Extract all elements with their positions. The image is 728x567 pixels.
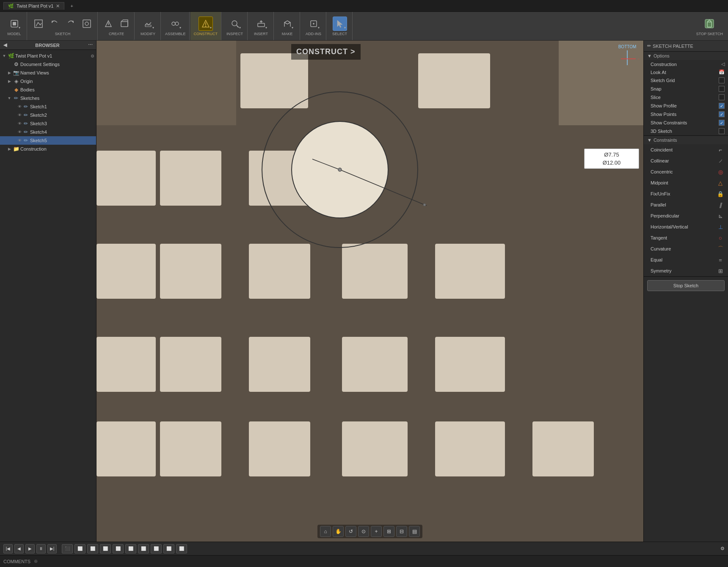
constraint-collinear[interactable]: Collinear ⟋ xyxy=(644,155,728,166)
sketch-btn[interactable] xyxy=(80,17,94,31)
toolbar-model[interactable]: MODEL xyxy=(2,12,27,40)
toolbar-make[interactable]: MAKE xyxy=(275,12,300,40)
constraint-fixunfix[interactable]: Fix/UnFix 🔒 xyxy=(644,188,728,199)
browser-item-origin[interactable]: ▶ ◈ Origin xyxy=(0,77,96,85)
settings-icon[interactable]: ⚙ xyxy=(91,54,94,58)
constraint-coincident[interactable]: Coincident ⌐ xyxy=(644,144,728,155)
document-tab[interactable]: 🌿 Twist Plant Pot v1 ✕ xyxy=(3,2,64,10)
create-box-btn[interactable] xyxy=(117,17,132,31)
nav-keyframe4[interactable]: ⬜ xyxy=(100,544,111,553)
constraint-hvlock[interactable]: Horizontal/Vertical ⊥ xyxy=(644,221,728,232)
nav-keyframe1[interactable]: ⬛ xyxy=(62,544,73,553)
snap-checkbox[interactable] xyxy=(719,86,725,92)
option-showprofile[interactable]: Show Profile ✓ xyxy=(644,102,728,110)
browser-options[interactable]: ⋯ xyxy=(88,42,93,48)
constraint-tangent[interactable]: Tangent ○ xyxy=(644,232,728,243)
toolbar-modify[interactable]: MODIFY xyxy=(135,12,161,40)
browser-toggle[interactable]: ◀ xyxy=(3,42,7,48)
tab-close[interactable]: ✕ xyxy=(56,3,60,9)
settings-gear[interactable]: ⚙ xyxy=(720,546,725,551)
model-dropdown[interactable] xyxy=(7,17,22,31)
toolbar-select[interactable]: SELECT xyxy=(327,12,353,40)
toolbar-assemble[interactable]: ASSEMBLE xyxy=(162,12,190,40)
option-slice[interactable]: Slice xyxy=(644,93,728,102)
add-tab-button[interactable]: + xyxy=(68,3,75,9)
modify-btn[interactable] xyxy=(141,17,155,31)
nav-prev[interactable]: ◀ xyxy=(14,544,24,553)
option-3dsketch[interactable]: 3D Sketch xyxy=(644,127,728,135)
constraint-equal[interactable]: Equal = xyxy=(644,254,728,265)
vp-pan-btn[interactable]: ✋ xyxy=(333,526,344,537)
nav-play[interactable]: ▶ xyxy=(25,544,35,553)
stop-sketch-palette-btn[interactable]: Stop Sketch xyxy=(647,280,725,291)
nav-keyframe6[interactable]: ⬜ xyxy=(125,544,136,553)
nav-prev-prev[interactable]: |◀ xyxy=(3,544,13,553)
nav-keyframe10[interactable]: ⬜ xyxy=(176,544,187,553)
browser-item-sketch2[interactable]: 👁 ✏ Sketch2 xyxy=(0,111,96,119)
assemble-btn[interactable] xyxy=(168,17,182,31)
toolbar-create[interactable]: CREATE xyxy=(99,12,135,40)
browser-item-docsettings[interactable]: ⚙ Document Settings xyxy=(0,60,96,69)
browser-item-bodies[interactable]: ◆ Bodies xyxy=(0,85,96,94)
showconstraints-checkbox[interactable]: ✓ xyxy=(719,120,725,126)
toolbar-inspect[interactable]: INSPECT xyxy=(222,12,248,40)
vp-zoomin-btn[interactable]: + xyxy=(371,526,382,537)
construct-btn[interactable] xyxy=(199,17,213,31)
make-btn[interactable] xyxy=(280,17,295,31)
3dsketch-checkbox[interactable] xyxy=(719,128,725,134)
vp-grid-btn[interactable]: ⊟ xyxy=(396,526,407,537)
comments-expand[interactable]: ⊕ xyxy=(34,559,38,564)
vp-view-btn[interactable]: ▤ xyxy=(409,526,420,537)
nav-keyframe9[interactable]: ⬜ xyxy=(163,544,174,553)
constraint-midpoint[interactable]: Midpoint △ xyxy=(644,177,728,188)
nav-keyframe7[interactable]: ⬜ xyxy=(138,544,149,553)
showprofile-checkbox[interactable]: ✓ xyxy=(719,103,725,109)
nav-pause[interactable]: ⏸ xyxy=(36,544,46,553)
nav-next[interactable]: ▶| xyxy=(47,544,57,553)
insert-btn[interactable] xyxy=(254,17,268,31)
browser-item-sketch1[interactable]: 👁 ✏ Sketch1 xyxy=(0,102,96,111)
toolbar-construct[interactable]: CONSTRUCT xyxy=(190,12,222,40)
stop-sketch-tb-btn[interactable] xyxy=(702,17,717,31)
constraint-concentric[interactable]: Concentric ◎ xyxy=(644,166,728,177)
sketch-new-btn[interactable] xyxy=(31,17,46,31)
browser-item-sketch4[interactable]: 👁 ✏ Sketch4 xyxy=(0,128,96,136)
constraint-parallel[interactable]: Parallel ∥ xyxy=(644,199,728,210)
browser-item-sketches[interactable]: ▼ ✏ Sketches xyxy=(0,94,96,102)
browser-item-root[interactable]: ▼ 🌿 Twist Plant Pot v1 ⚙ xyxy=(0,52,96,60)
option-snap[interactable]: Snap xyxy=(644,85,728,93)
constraint-symmetry[interactable]: Symmetry ⊞ xyxy=(644,265,728,276)
browser-item-construction[interactable]: ▶ 📁 Construction xyxy=(0,145,96,153)
nav-keyframe8[interactable]: ⬜ xyxy=(151,544,162,553)
addins-btn[interactable] xyxy=(306,17,321,31)
nav-keyframe3[interactable]: ⬜ xyxy=(87,544,98,553)
browser-item-sketch5[interactable]: 👁 ✏ Sketch5 xyxy=(0,136,96,145)
options-section-header[interactable]: ▼ Options xyxy=(644,52,728,60)
viewport[interactable]: Ø7.75 Ø12.00 CONSTRUCT > BOTTOM → ⌂ ✋ ↺ … xyxy=(97,41,643,542)
nav-keyframe2[interactable]: ⬜ xyxy=(74,544,85,553)
sketchgrid-checkbox[interactable] xyxy=(719,77,725,83)
select-btn[interactable] xyxy=(333,17,347,31)
option-showpoints[interactable]: Show Points ✓ xyxy=(644,110,728,118)
browser-item-namedviews[interactable]: ▶ 📷 Named Views xyxy=(0,69,96,77)
toolbar-stop-sketch[interactable]: STOP SKETCH xyxy=(693,12,726,40)
option-construction[interactable]: Construction ◁ xyxy=(644,60,728,68)
browser-item-sketch3[interactable]: 👁 ✏ Sketch3 xyxy=(0,119,96,128)
create-btn[interactable] xyxy=(101,17,116,31)
inspect-btn[interactable] xyxy=(228,17,242,31)
toolbar-addins[interactable]: ADD-INS xyxy=(301,12,326,40)
constraint-curvature[interactable]: Curvature ⌒ xyxy=(644,243,728,254)
vp-home-btn[interactable]: ⌂ xyxy=(320,526,331,537)
constraint-perpendicular[interactable]: Perpendicular ⊾ xyxy=(644,210,728,221)
constraints-section-header[interactable]: ▼ Constraints xyxy=(644,136,728,144)
vp-zoomfit-btn[interactable]: ⊙ xyxy=(358,526,369,537)
slice-checkbox[interactable] xyxy=(719,94,725,100)
toolbar-insert[interactable]: INSERT xyxy=(248,12,274,40)
showpoints-checkbox[interactable]: ✓ xyxy=(719,111,725,117)
vp-orbit-btn[interactable]: ↺ xyxy=(345,526,356,537)
nav-keyframe5[interactable]: ⬜ xyxy=(113,544,124,553)
redo-btn[interactable] xyxy=(63,17,78,31)
option-showconstraints[interactable]: Show Constraints ✓ xyxy=(644,118,728,127)
undo-btn[interactable] xyxy=(47,17,62,31)
vp-display-btn[interactable]: ⊞ xyxy=(383,526,394,537)
